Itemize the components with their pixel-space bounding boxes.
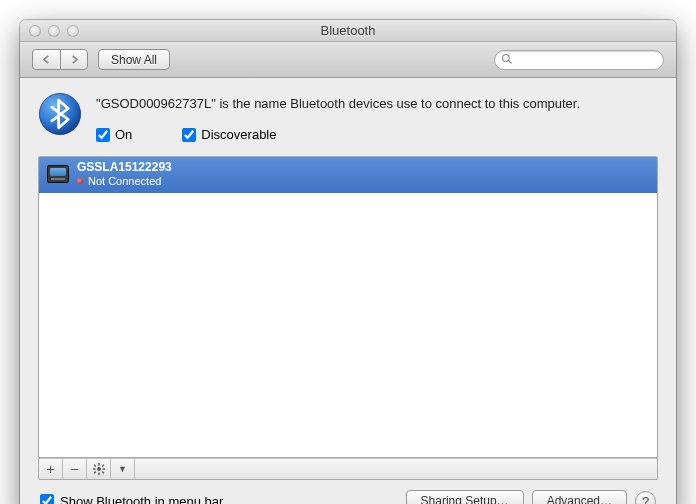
sharing-setup-button[interactable]: Sharing Setup… — [406, 490, 524, 504]
device-text: GSSLA15122293 Not Connected — [77, 161, 172, 187]
add-device-button[interactable]: + — [39, 459, 63, 479]
search-wrap — [494, 50, 664, 70]
window-title: Bluetooth — [20, 23, 676, 38]
device-status: Not Connected — [77, 175, 172, 188]
device-actions-button[interactable] — [87, 459, 111, 479]
svg-rect-7 — [102, 468, 105, 469]
footer: Show Bluetooth in menu bar Sharing Setup… — [38, 480, 658, 504]
toolbar: Show All — [20, 42, 676, 78]
svg-rect-6 — [92, 468, 95, 469]
close-window-button[interactable] — [29, 25, 41, 37]
list-toolbar: + − ▼ — [38, 458, 658, 480]
advanced-button[interactable]: Advanced… — [532, 490, 627, 504]
device-name: GSSLA15122293 — [77, 161, 172, 175]
help-button[interactable]: ? — [635, 491, 656, 505]
help-icon: ? — [642, 494, 649, 505]
back-button[interactable] — [32, 49, 60, 70]
discoverable-label: Discoverable — [201, 127, 276, 142]
check-row: On Discoverable — [96, 127, 658, 142]
svg-rect-11 — [93, 471, 96, 474]
search-icon — [501, 53, 513, 65]
content: "GSOD000962737L" is the name Bluetooth d… — [20, 78, 676, 504]
back-icon — [42, 55, 51, 64]
zoom-window-button[interactable] — [67, 25, 79, 37]
svg-rect-10 — [101, 464, 104, 467]
svg-rect-5 — [98, 473, 99, 476]
discoverable-checkbox[interactable] — [182, 128, 196, 142]
footer-right: Sharing Setup… Advanced… ? — [406, 490, 656, 504]
svg-rect-9 — [101, 471, 104, 474]
svg-rect-4 — [98, 463, 99, 466]
forward-button[interactable] — [60, 49, 88, 70]
device-actions-menu-button[interactable]: ▼ — [111, 459, 135, 479]
computer-name-info: "GSOD000962737L" is the name Bluetooth d… — [96, 96, 658, 111]
header-row: "GSOD000962737L" is the name Bluetooth d… — [38, 92, 658, 142]
forward-icon — [70, 55, 79, 64]
remove-device-button[interactable]: − — [63, 459, 87, 479]
nav-buttons — [32, 49, 88, 70]
laptop-icon — [47, 165, 69, 183]
minus-icon: − — [70, 461, 78, 477]
traffic-lights — [20, 25, 79, 37]
show-all-button[interactable]: Show All — [98, 49, 170, 70]
titlebar: Bluetooth — [20, 20, 676, 42]
computer-name: GSOD000962737L — [101, 96, 212, 111]
svg-point-3 — [97, 467, 101, 471]
gear-icon — [92, 462, 106, 476]
on-checkbox-wrap[interactable]: On — [96, 127, 132, 142]
preferences-window: Bluetooth Show All — [20, 20, 676, 504]
svg-point-0 — [503, 54, 510, 61]
plus-icon: + — [46, 461, 54, 477]
device-status-label: Not Connected — [88, 175, 161, 188]
menubar-checkbox[interactable] — [40, 494, 54, 504]
svg-rect-8 — [93, 464, 96, 467]
menubar-checkbox-wrap[interactable]: Show Bluetooth in menu bar — [40, 494, 223, 505]
on-label: On — [115, 127, 132, 142]
status-indicator-icon — [77, 178, 83, 184]
menubar-label: Show Bluetooth in menu bar — [60, 494, 223, 505]
bluetooth-icon — [38, 92, 82, 136]
chevron-down-icon: ▼ — [118, 464, 127, 474]
minimize-window-button[interactable] — [48, 25, 60, 37]
search-input[interactable] — [494, 50, 664, 70]
device-item[interactable]: GSSLA15122293 Not Connected — [39, 157, 657, 193]
discoverable-checkbox-wrap[interactable]: Discoverable — [182, 127, 276, 142]
device-list[interactable]: GSSLA15122293 Not Connected — [38, 156, 658, 458]
svg-line-1 — [509, 60, 512, 63]
header-text: "GSOD000962737L" is the name Bluetooth d… — [96, 92, 658, 142]
on-checkbox[interactable] — [96, 128, 110, 142]
